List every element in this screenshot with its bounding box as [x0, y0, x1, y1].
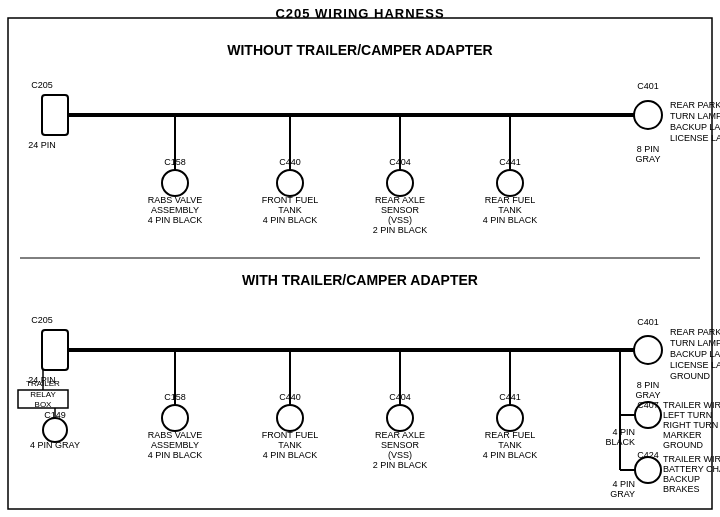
svg-text:GRAY: GRAY: [636, 390, 661, 400]
svg-rect-106: [8, 18, 712, 509]
svg-text:TANK: TANK: [278, 205, 301, 215]
svg-text:24 PIN: 24 PIN: [28, 140, 56, 150]
svg-text:C404: C404: [389, 392, 411, 402]
svg-text:2 PIN BLACK: 2 PIN BLACK: [373, 225, 428, 235]
svg-text:SENSOR: SENSOR: [381, 205, 420, 215]
svg-text:C158: C158: [164, 392, 186, 402]
svg-text:(VSS): (VSS): [388, 215, 412, 225]
svg-text:SENSOR: SENSOR: [381, 440, 420, 450]
svg-text:C440: C440: [279, 392, 301, 402]
svg-text:C440: C440: [279, 157, 301, 167]
svg-text:C404: C404: [389, 157, 411, 167]
svg-text:TANK: TANK: [498, 440, 521, 450]
svg-point-101: [497, 405, 523, 431]
wiring-diagram: WITHOUT TRAILER/CAMPER ADAPTER C205 24 P…: [0, 0, 720, 517]
svg-text:MARKER: MARKER: [663, 430, 702, 440]
svg-text:BACKUP: BACKUP: [663, 474, 700, 484]
svg-text:GRAY: GRAY: [636, 154, 661, 164]
svg-point-19: [277, 170, 303, 196]
svg-text:4 PIN BLACK: 4 PIN BLACK: [263, 215, 318, 225]
page: C205 WIRING HARNESS WITHOUT TRAILER/CAMP…: [0, 0, 720, 517]
svg-point-25: [387, 170, 413, 196]
section1-label: WITHOUT TRAILER/CAMPER ADAPTER: [227, 42, 492, 58]
svg-text:RELAY: RELAY: [30, 390, 56, 399]
svg-rect-1: [42, 95, 68, 135]
svg-text:C158: C158: [164, 157, 186, 167]
svg-text:ASSEMBLY: ASSEMBLY: [151, 205, 199, 215]
svg-point-82: [162, 405, 188, 431]
svg-text:GROUND: GROUND: [663, 440, 703, 450]
svg-text:(VSS): (VSS): [388, 450, 412, 460]
svg-text:REAR FUEL: REAR FUEL: [485, 195, 536, 205]
svg-point-48: [43, 418, 67, 442]
svg-point-88: [277, 405, 303, 431]
svg-text:RABS VALVE: RABS VALVE: [148, 195, 203, 205]
svg-point-13: [162, 170, 188, 196]
svg-text:ASSEMBLY: ASSEMBLY: [151, 440, 199, 450]
svg-text:TANK: TANK: [278, 440, 301, 450]
svg-text:GROUND: GROUND: [670, 371, 710, 381]
svg-text:4 PIN BLACK: 4 PIN BLACK: [483, 215, 538, 225]
svg-text:FRONT FUEL: FRONT FUEL: [262, 430, 318, 440]
svg-text:GRAY: GRAY: [610, 489, 635, 499]
svg-text:C441: C441: [499, 157, 521, 167]
svg-text:TANK: TANK: [498, 205, 521, 215]
svg-text:REAR AXLE: REAR AXLE: [375, 195, 425, 205]
svg-text:C149: C149: [44, 410, 66, 420]
svg-point-32: [497, 170, 523, 196]
svg-text:4 PIN BLACK: 4 PIN BLACK: [148, 215, 203, 225]
svg-text:RIGHT TURN: RIGHT TURN: [663, 420, 718, 430]
svg-text:4 PIN BLACK: 4 PIN BLACK: [263, 450, 318, 460]
svg-text:REAR AXLE: REAR AXLE: [375, 430, 425, 440]
svg-text:RABS VALVE: RABS VALVE: [148, 430, 203, 440]
svg-text:C424: C424: [637, 450, 659, 460]
svg-text:C407: C407: [637, 400, 659, 410]
svg-text:8 PIN: 8 PIN: [637, 144, 660, 154]
svg-text:FRONT FUEL: FRONT FUEL: [262, 195, 318, 205]
svg-text:4 PIN: 4 PIN: [612, 427, 635, 437]
svg-text:8 PIN: 8 PIN: [637, 380, 660, 390]
svg-point-51: [634, 336, 662, 364]
svg-text:4 PIN BLACK: 4 PIN BLACK: [483, 450, 538, 460]
svg-text:LEFT TURN: LEFT TURN: [663, 410, 712, 420]
svg-text:REAR FUEL: REAR FUEL: [485, 430, 536, 440]
svg-point-73: [635, 457, 661, 483]
svg-text:C401: C401: [637, 81, 659, 91]
svg-rect-39: [42, 330, 68, 370]
svg-text:BRAKES: BRAKES: [663, 484, 700, 494]
section2-label: WITH TRAILER/CAMPER ADAPTER: [242, 272, 478, 288]
svg-text:4 PIN: 4 PIN: [612, 479, 635, 489]
svg-text:2 PIN BLACK: 2 PIN BLACK: [373, 460, 428, 470]
svg-point-4: [634, 101, 662, 129]
svg-point-94: [387, 405, 413, 431]
svg-text:C441: C441: [499, 392, 521, 402]
svg-text:C205: C205: [31, 80, 53, 90]
svg-text:C401: C401: [637, 317, 659, 327]
svg-text:BOX: BOX: [35, 400, 53, 409]
svg-text:4 PIN BLACK: 4 PIN BLACK: [148, 450, 203, 460]
svg-text:4 PIN GRAY: 4 PIN GRAY: [30, 440, 80, 450]
svg-text:C205: C205: [31, 315, 53, 325]
